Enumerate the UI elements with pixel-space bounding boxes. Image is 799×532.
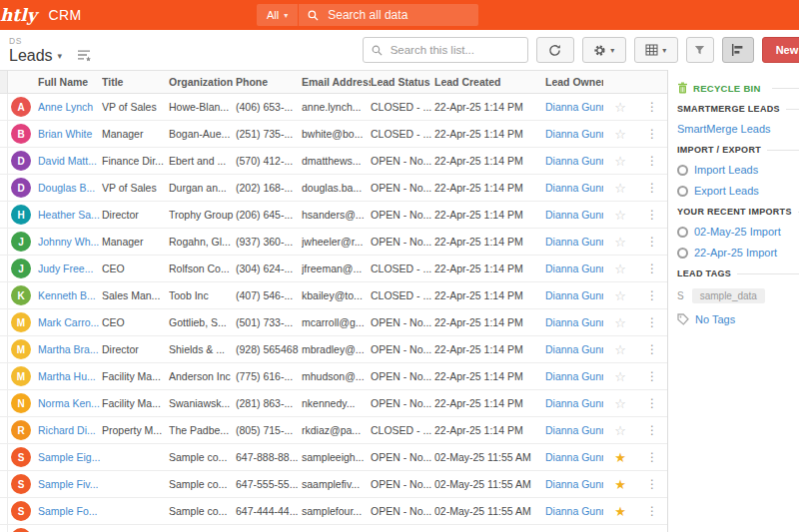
table-row[interactable]: S Sample Fiv... Sample co... 647-555-55.…: [0, 471, 667, 498]
column-header-email[interactable]: Email Address: [302, 76, 371, 88]
table-row[interactable]: M Martha Bra... Director Shields & ... (…: [0, 336, 667, 363]
lead-name-link[interactable]: Mark Carro...: [38, 316, 99, 328]
favorite-star-icon[interactable]: ☆: [603, 424, 637, 437]
recycle-bin-link[interactable]: RECYCLE BIN: [677, 82, 799, 94]
favorite-star-icon[interactable]: ☆: [603, 128, 637, 141]
lead-name-link[interactable]: Judy Free...: [38, 263, 93, 274]
refresh-button[interactable]: [536, 37, 574, 63]
lead-name-link[interactable]: Brian White: [38, 128, 92, 140]
lead-owner-link[interactable]: Dianna Gunn: [545, 155, 603, 167]
lead-owner-link[interactable]: Dianna Gunn: [545, 478, 603, 490]
filter-button[interactable]: [686, 37, 714, 63]
favorite-star-icon[interactable]: ☆: [603, 263, 637, 275]
favorite-star-icon[interactable]: ☆: [603, 209, 637, 222]
row-menu-icon[interactable]: ⋮: [637, 236, 667, 248]
column-header-title[interactable]: Title: [102, 76, 169, 88]
row-menu-icon[interactable]: ⋮: [637, 424, 667, 436]
row-menu-icon[interactable]: ⋮: [637, 343, 667, 355]
lead-name-link[interactable]: Sample Fo...: [38, 505, 98, 517]
favorite-star-icon[interactable]: ☆: [603, 182, 637, 195]
row-menu-icon[interactable]: ⋮: [637, 128, 667, 140]
row-menu-icon[interactable]: ⋮: [637, 182, 667, 194]
favorite-star-icon[interactable]: ☆: [603, 316, 637, 329]
lead-name-link[interactable]: Anne Lynch: [38, 101, 93, 113]
columns-dropdown-button[interactable]: ▾: [634, 37, 678, 63]
import-leads-link[interactable]: Import Leads: [677, 164, 799, 176]
favorite-star-icon[interactable]: ☆: [603, 343, 637, 356]
row-menu-icon[interactable]: ⋮: [637, 451, 667, 463]
row-menu-icon[interactable]: ⋮: [637, 370, 667, 382]
global-search-bar[interactable]: [299, 4, 478, 26]
table-row[interactable]: M Martha Hu... Facility Ma... Anderson I…: [0, 363, 667, 390]
lead-name-link[interactable]: Norma Ken...: [38, 397, 100, 409]
favorite-star-icon[interactable]: ☆: [603, 236, 637, 249]
kanban-view-toggle-button[interactable]: [722, 37, 754, 63]
lead-name-link[interactable]: Heather Sa...: [38, 209, 100, 221]
row-menu-icon[interactable]: ⋮: [637, 505, 667, 517]
favorite-star-icon[interactable]: ★: [603, 505, 637, 518]
table-row[interactable]: J Johnny Wh... Manager Rogahn, Gl... (93…: [0, 229, 667, 256]
favorite-star-icon[interactable]: ☆: [603, 370, 637, 383]
lead-name-link[interactable]: Martha Bra...: [38, 343, 99, 355]
lead-owner-link[interactable]: Dianna Gunn: [545, 343, 603, 355]
table-row[interactable]: S Sample Eig... Sample co... 647-888-88.…: [0, 444, 667, 471]
table-row[interactable]: K Kenneth B... Sales Man... Toob Inc (40…: [0, 282, 667, 309]
column-header-lead-created[interactable]: Lead Created: [434, 76, 545, 88]
lead-owner-link[interactable]: Dianna Gunn: [545, 209, 603, 221]
smartmerge-leads-link[interactable]: SmartMerge Leads: [677, 123, 799, 135]
table-row[interactable]: N Norma Ken... Facility Ma... Swaniawsk.…: [0, 390, 667, 417]
lead-owner-link[interactable]: Dianna Gunn: [545, 424, 603, 436]
new-lead-button[interactable]: New Lead: [762, 37, 799, 63]
table-row[interactable]: H Heather Sa... Director Trophy Group (2…: [0, 202, 667, 229]
row-menu-icon[interactable]: ⋮: [637, 101, 667, 113]
lead-name-link[interactable]: Kenneth B...: [38, 289, 96, 301]
settings-dropdown-button[interactable]: ▾: [582, 37, 626, 63]
lead-owner-link[interactable]: Dianna Gunn: [545, 236, 603, 248]
lead-name-link[interactable]: Johnny Wh...: [38, 236, 99, 248]
table-row[interactable]: A Anne Lynch VP of Sales Howe-Blan... (4…: [0, 94, 667, 121]
table-row[interactable]: S Sample Fo... Sample co... 647-444-44..…: [0, 498, 667, 525]
column-header-lead-owner[interactable]: Lead Owner: [545, 76, 603, 88]
lead-owner-link[interactable]: Dianna Gunn: [545, 505, 603, 517]
lead-owner-link[interactable]: Dianna Gunn: [545, 289, 603, 301]
search-scope-dropdown[interactable]: All ▾: [257, 4, 298, 26]
list-search-input[interactable]: [389, 43, 502, 57]
table-row[interactable]: R Richard Di... Property M... The Padbe.…: [0, 417, 667, 444]
favorite-star-icon[interactable]: ☆: [603, 397, 637, 410]
column-header-organization[interactable]: Organization: [169, 76, 236, 88]
global-search-input[interactable]: [326, 7, 459, 23]
lead-owner-link[interactable]: Dianna Gunn: [545, 397, 603, 409]
favorite-star-icon[interactable]: ★: [603, 451, 637, 464]
table-row[interactable]: B Brian White Manager Bogan-Aue... (251)…: [0, 121, 667, 148]
lead-name-link[interactable]: Douglas B...: [38, 182, 95, 194]
table-row[interactable]: J Judy Free... CEO Rolfson Co... (304) 6…: [0, 256, 667, 282]
lead-name-link[interactable]: Sample Eig...: [38, 451, 100, 463]
tag-chip[interactable]: sample_data: [692, 288, 765, 303]
column-header-full-name[interactable]: Full Name: [38, 76, 102, 88]
table-row[interactable]: S Sample Ni... Sample co... 647-999-99..…: [0, 525, 667, 532]
row-menu-icon[interactable]: ⋮: [637, 263, 667, 274]
lead-owner-link[interactable]: Dianna Gunn: [545, 316, 603, 328]
table-row[interactable]: M Mark Carro... CEO Gottlieb, S... (501)…: [0, 309, 667, 336]
lead-name-link[interactable]: Martha Hu...: [38, 370, 96, 382]
recent-import-link[interactable]: 22-Apr-25 Import: [677, 247, 799, 259]
favorite-star-icon[interactable]: ☆: [603, 289, 637, 302]
favorite-star-icon[interactable]: ☆: [603, 101, 637, 114]
row-menu-icon[interactable]: ⋮: [637, 478, 667, 490]
list-search-box[interactable]: [363, 37, 528, 63]
lead-name-link[interactable]: Sample Fiv...: [38, 478, 99, 490]
lead-owner-link[interactable]: Dianna Gunn: [545, 182, 603, 194]
favorite-star-icon[interactable]: ★: [603, 478, 637, 491]
list-settings-icon[interactable]: [77, 49, 92, 62]
row-menu-icon[interactable]: ⋮: [637, 209, 667, 221]
recent-import-link[interactable]: 02-May-25 Import: [677, 226, 799, 238]
table-row[interactable]: D Douglas B... VP of Sales Durgan an... …: [0, 175, 667, 202]
row-menu-icon[interactable]: ⋮: [637, 289, 667, 301]
lead-owner-link[interactable]: Dianna Gunn: [545, 370, 603, 382]
no-tags-link[interactable]: No Tags: [677, 313, 799, 325]
lead-owner-link[interactable]: Dianna Gunn: [545, 101, 603, 113]
table-row[interactable]: D David Matt... Finance Dir... Ebert and…: [0, 148, 667, 175]
column-header-phone[interactable]: Phone: [236, 76, 302, 88]
lead-owner-link[interactable]: Dianna Gunn: [545, 451, 603, 463]
export-leads-link[interactable]: Export Leads: [677, 185, 799, 197]
